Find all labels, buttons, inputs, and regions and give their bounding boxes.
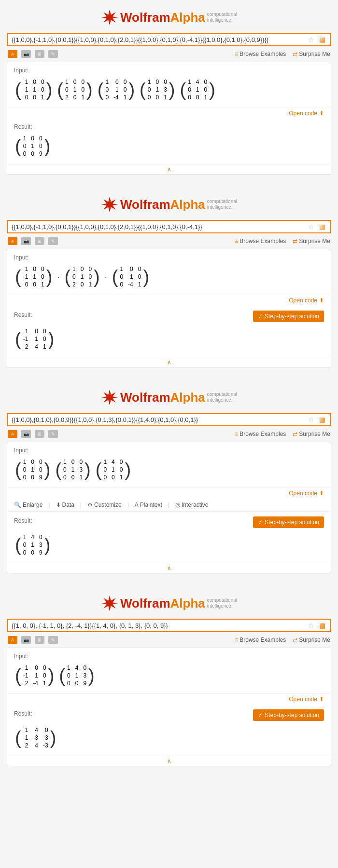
customize-btn[interactable]: ⚙ Customize bbox=[87, 502, 122, 508]
open-code-4[interactable]: Open code ⬆ bbox=[7, 694, 331, 705]
copy-icon-2[interactable]: ▦ bbox=[318, 223, 326, 231]
result-section-4: Result: Step-by-step solution ( 140 -1-3… bbox=[7, 705, 331, 756]
surprise-me-4[interactable]: Surprise Me bbox=[293, 637, 330, 643]
toolbar-icon-edit3[interactable]: ✎ bbox=[48, 430, 58, 438]
wolfram-text: Wolfram bbox=[120, 10, 170, 25]
svg-marker-0 bbox=[101, 10, 118, 25]
result-matrix-1: ( 100 010 009 ) bbox=[14, 133, 324, 159]
toolbar-icon-grid2[interactable]: ⊞ bbox=[35, 237, 44, 245]
step-btn-3[interactable]: Step-by-step solution bbox=[253, 516, 324, 528]
open-code-3[interactable]: Open code ⬆ bbox=[7, 488, 331, 499]
star-icon-2[interactable]: ☆ bbox=[307, 223, 315, 231]
logo-subtext-4: computational intelligence. bbox=[207, 597, 237, 609]
svg-marker-2 bbox=[101, 390, 118, 405]
toolbar-icon-cam3[interactable]: 📷 bbox=[21, 430, 31, 438]
surprise-me-2[interactable]: Surprise Me bbox=[293, 238, 330, 244]
result-card-3: Input: ( 100 010 009 ) ( 100 013 bbox=[7, 442, 331, 573]
toolbar-icon-grid3[interactable]: ⊞ bbox=[35, 430, 44, 438]
browse-examples-3[interactable]: Browse Examples bbox=[235, 431, 286, 437]
star-icon-3[interactable]: ☆ bbox=[307, 416, 315, 423]
result-label-2: Result: bbox=[14, 312, 32, 318]
logo-container-4: Wolfram Alpha computational intelligence… bbox=[7, 595, 331, 612]
toolbar-icon-cam[interactable]: 📷 bbox=[21, 50, 31, 58]
wolfram-star-icon-3 bbox=[101, 389, 118, 406]
star-icon-1[interactable]: ☆ bbox=[307, 36, 315, 43]
svg-marker-1 bbox=[101, 197, 118, 212]
toolbar-right-2: Browse Examples Surprise Me bbox=[235, 238, 330, 244]
matrix-1-3: ( 100 010 0-41 ) bbox=[98, 78, 135, 102]
wolfram-star-icon bbox=[101, 9, 118, 26]
toolbar-icon-cam2[interactable]: 📷 bbox=[21, 237, 31, 245]
search-box-3[interactable]: ☆ ▦ bbox=[7, 413, 331, 426]
result-label-3: Result: bbox=[14, 517, 32, 524]
input-matrices-3: ( 100 010 009 ) ( 100 013 001 ) bbox=[14, 457, 324, 483]
step-btn-2[interactable]: Step-by-step solution bbox=[253, 311, 324, 322]
matrix-4-1: ( 100 -110 2-41 ) bbox=[15, 664, 54, 688]
toolbar-icon-edit2[interactable]: ✎ bbox=[48, 237, 58, 245]
toolbar-1: A 📷 ⊞ ✎ Browse Examples Surprise Me bbox=[7, 50, 331, 58]
toolbar-icon-cam4[interactable]: 📷 bbox=[21, 636, 31, 644]
copy-icon-3[interactable]: ▦ bbox=[318, 416, 326, 423]
toolbar-icon-A4[interactable]: A bbox=[8, 636, 17, 644]
toolbar-left-3: A 📷 ⊞ ✎ bbox=[8, 430, 58, 438]
toolbar-icon-grid[interactable]: ⊞ bbox=[35, 50, 44, 58]
toolbar-icon-A[interactable]: A bbox=[8, 50, 17, 58]
toolbar-4: A 📷 ⊞ ✎ Browse Examples Surprise Me bbox=[7, 636, 331, 644]
wolfram-star-icon-2 bbox=[101, 196, 118, 213]
toolbar-icon-grid4[interactable]: ⊞ bbox=[35, 636, 44, 644]
open-code-2[interactable]: Open code ⬆ bbox=[7, 295, 331, 306]
toolbar-left-1: A 📷 ⊞ ✎ bbox=[8, 50, 58, 58]
search-input-2[interactable] bbox=[12, 223, 307, 231]
toolbar-left-4: A 📷 ⊞ ✎ bbox=[8, 636, 58, 644]
search-input-1[interactable] bbox=[12, 36, 307, 43]
open-code-1[interactable]: Open code ⬆ bbox=[7, 108, 331, 119]
search-input-3[interactable] bbox=[12, 416, 307, 423]
input-label-1: Input: bbox=[14, 67, 324, 74]
star-icon-4[interactable]: ☆ bbox=[307, 622, 315, 629]
search-box-1[interactable]: ☆ ▦ bbox=[7, 33, 331, 46]
wolfram-text-2: Wolfram bbox=[120, 197, 170, 212]
collapse-4[interactable]: ∧ bbox=[7, 756, 331, 766]
alpha-text-3: Alpha bbox=[170, 390, 205, 405]
alpha-text-2: Alpha bbox=[170, 197, 205, 212]
step-btn-4[interactable]: Step-by-step solution bbox=[253, 709, 324, 721]
search-icons-1: ☆ ▦ bbox=[307, 36, 326, 43]
search-box-2[interactable]: ☆ ▦ bbox=[7, 220, 331, 233]
browse-examples-2[interactable]: Browse Examples bbox=[235, 238, 286, 244]
alpha-text-4: Alpha bbox=[170, 596, 205, 611]
search-icons-3: ☆ ▦ bbox=[307, 416, 326, 423]
logo-text-4: Wolfram Alpha bbox=[120, 596, 205, 611]
section-1: Wolfram Alpha computational intelligence… bbox=[0, 0, 338, 181]
copy-icon-4[interactable]: ▦ bbox=[318, 622, 326, 629]
toolbar-icon-edit[interactable]: ✎ bbox=[48, 50, 58, 58]
search-box-4[interactable]: ☆ ▦ bbox=[7, 619, 331, 632]
matrix-3-3: ( 140 010 001 ) bbox=[96, 458, 131, 482]
surprise-me-3[interactable]: Surprise Me bbox=[293, 431, 330, 437]
result-header-3: Result: Step-by-step solution bbox=[14, 516, 324, 528]
plaintext-btn[interactable]: A Plaintext bbox=[135, 502, 162, 508]
logo-container-2: Wolfram Alpha computational intelligence… bbox=[7, 196, 331, 213]
wolfram-text-3: Wolfram bbox=[120, 390, 170, 405]
search-input-4[interactable] bbox=[12, 622, 307, 629]
logo-subtext-2: computational intelligence. bbox=[207, 199, 237, 210]
toolbar-right-4: Browse Examples Surprise Me bbox=[235, 637, 330, 643]
interactive-btn[interactable]: ◎ Interactive bbox=[175, 502, 208, 508]
matrix-1-4: ( 100 013 001 ) bbox=[140, 78, 175, 102]
surprise-me-1[interactable]: Surprise Me bbox=[293, 51, 330, 57]
browse-examples-1[interactable]: Browse Examples bbox=[235, 51, 286, 57]
toolbar-icon-A3[interactable]: A bbox=[8, 430, 17, 438]
input-matrices-1: ( 100 -110 001 ) ( 100 010 201 bbox=[14, 77, 324, 103]
collapse-2[interactable]: ∧ bbox=[7, 357, 331, 367]
wolfram-text-4: Wolfram bbox=[120, 596, 170, 611]
enlarge-btn[interactable]: 🔍 Enlarge bbox=[14, 502, 42, 508]
toolbar-icon-A2[interactable]: A bbox=[8, 237, 17, 245]
input-section-2: Input: ( 100 -110 001 ) · ( 100 010 bbox=[7, 249, 331, 295]
data-btn[interactable]: ⬇ Data bbox=[56, 502, 74, 508]
browse-examples-4[interactable]: Browse Examples bbox=[235, 637, 286, 643]
collapse-3[interactable]: ∧ bbox=[7, 563, 331, 573]
toolbar-icon-edit4[interactable]: ✎ bbox=[48, 636, 58, 644]
collapse-1[interactable]: ∧ bbox=[7, 164, 331, 174]
matrix-1-1: ( 100 -110 001 ) bbox=[15, 78, 52, 102]
logo-text-2: Wolfram Alpha bbox=[120, 197, 205, 212]
copy-icon-1[interactable]: ▦ bbox=[318, 36, 326, 43]
